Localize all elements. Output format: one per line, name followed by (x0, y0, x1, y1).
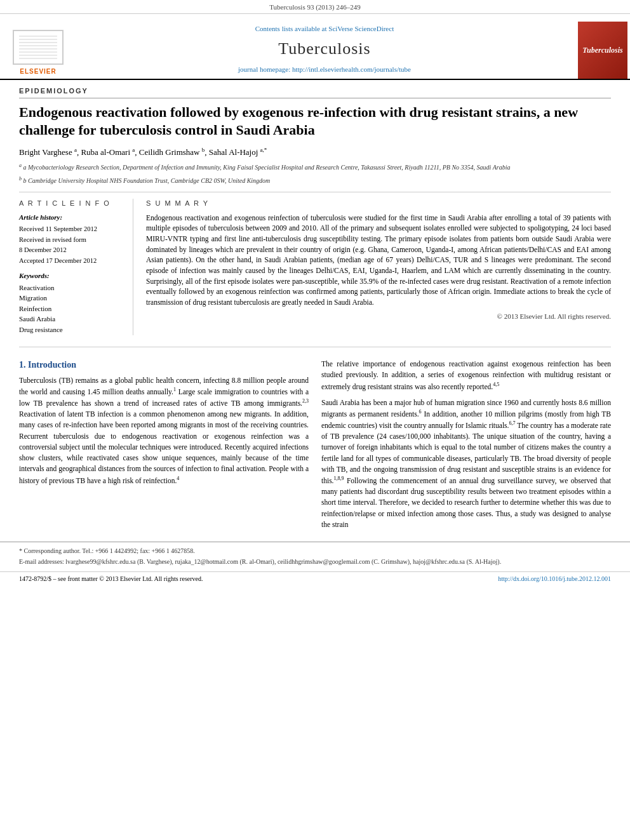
history-received: Received 11 September 2012 (19, 225, 123, 234)
intro-heading: 1. Introduction (19, 359, 309, 371)
section-divider (19, 347, 611, 347)
keyword-reactivation: Reactivation (19, 283, 123, 293)
intro-paragraph-3: Saudi Arabia has been a major hub of hum… (321, 397, 611, 530)
logo-decoration (19, 34, 57, 59)
summary-column: S U M M A R Y Endogenous reactivation an… (146, 199, 611, 335)
article-info-summary: A R T I C L E I N F O Article history: R… (19, 199, 611, 335)
footer-section: 1472-8792/$ – see front matter © 2013 El… (0, 571, 630, 586)
authors-line: Bright Varghese a, Ruba al-Omari a, Ceil… (19, 146, 611, 159)
article-title: Endogenous reactivation followed by exog… (19, 103, 611, 140)
affiliation-a: a a Mycobacteriology Research Section, D… (19, 162, 611, 172)
journal-title-section: Contents lists available at SciVerse Sci… (76, 19, 573, 79)
keyword-saudi-arabia: Saudi Arabia (19, 314, 123, 324)
divider (19, 192, 611, 192)
journal-title: Tuberculosis (278, 37, 370, 60)
intro-paragraph-2: The relative importance of endogenous re… (321, 359, 611, 392)
history-accepted: Accepted 17 December 2012 (19, 257, 123, 266)
history-revised-date: 8 December 2012 (19, 246, 123, 255)
tuberculosis-journal-cover: Tuberculosis (578, 22, 627, 79)
issn-text: 1472-8792/$ – see front matter © 2013 El… (19, 575, 203, 583)
footnote-section: * Corresponding author. Tel.: +966 1 442… (0, 542, 630, 571)
keywords-label: Keywords: (19, 271, 123, 281)
body-left-column: 1. Introduction Tuberculosis (TB) remain… (19, 359, 309, 535)
history-revised-label: Received in revised form (19, 236, 123, 245)
journal-homepage: journal homepage: http://intl.elsevierhe… (238, 65, 411, 74)
article-body: 1. Introduction Tuberculosis (TB) remain… (0, 352, 630, 542)
summary-header: S U M M A R Y (146, 199, 611, 208)
corresponding-author-note: * Corresponding author. Tel.: +966 1 442… (19, 546, 611, 556)
doi-link[interactable]: http://dx.doi.org/10.1016/j.tube.2012.12… (498, 575, 611, 583)
copyright-line: © 2013 Elsevier Ltd. All rights reserved… (146, 312, 611, 321)
journal-reference: Tuberculosis 93 (2013) 246–249 (0, 0, 630, 14)
history-label: Article history: (19, 213, 123, 222)
body-right-column: The relative importance of endogenous re… (321, 359, 611, 535)
summary-text: Endogenous reactivation and exogenous re… (146, 213, 611, 308)
article-info-column: A R T I C L E I N F O Article history: R… (19, 199, 133, 335)
email-footnote: E-mail addresses: lvarghese99@kfshrc.edu… (19, 557, 611, 566)
elsevier-logo-section: ELSEVIER (0, 19, 76, 79)
section-tag: EPIDEMIOLOGY (19, 86, 611, 98)
keyword-migration: Migration (19, 293, 123, 303)
journal-header: ELSEVIER Contents lists available at Sci… (0, 14, 630, 80)
elsevier-text: ELSEVIER (20, 67, 56, 76)
intro-paragraph-1: Tuberculosis (TB) remains as a global pu… (19, 375, 309, 486)
elsevier-logo-box (13, 30, 64, 65)
sciverse-link: Contents lists available at SciVerse Sci… (255, 24, 394, 34)
keyword-reinfection: Reinfection (19, 304, 123, 314)
keyword-drug-resistance: Drug resistance (19, 325, 123, 335)
journal-cover-section: Tuberculosis (573, 19, 630, 79)
article-header-section: EPIDEMIOLOGY Endogenous reactivation fol… (0, 80, 630, 342)
affiliation-b: b b Cambridge University Hospital NHS Fo… (19, 175, 611, 185)
article-info-header: A R T I C L E I N F O (19, 199, 123, 208)
